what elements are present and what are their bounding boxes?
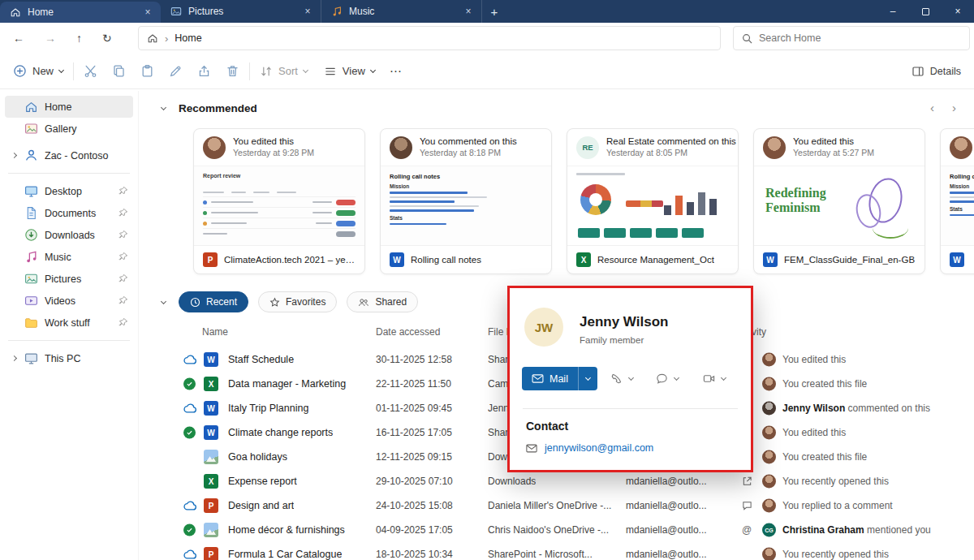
mail-dropdown-button[interactable] xyxy=(578,367,597,390)
excel-file-icon xyxy=(204,377,218,391)
recommended-card[interactable]: You edited this Yesterday at 5:27 PM Red… xyxy=(753,128,925,274)
word-file-icon xyxy=(763,252,778,267)
file-name[interactable]: Goa holidays xyxy=(228,451,287,463)
sort-button[interactable]: Sort xyxy=(260,65,308,78)
more-options-button[interactable]: ⋯ xyxy=(390,64,403,79)
sidebar-item-this-pc[interactable]: This PC xyxy=(5,347,133,369)
file-name[interactable]: Italy Trip Planning xyxy=(228,403,308,414)
mention-at-icon: @ xyxy=(742,524,752,536)
filter-recent[interactable]: Recent xyxy=(179,291,248,312)
tab-pictures[interactable]: Pictures × xyxy=(161,0,321,23)
sidebar-item-zac-contoso[interactable]: Zac - Contoso xyxy=(5,144,133,166)
file-name[interactable]: Design and art xyxy=(228,500,294,511)
sidebar-item-home[interactable]: Home xyxy=(5,96,133,118)
delete-button[interactable] xyxy=(226,64,239,78)
videos-icon xyxy=(24,294,38,308)
rename-button[interactable] xyxy=(169,64,183,78)
recommended-collapse-chevron[interactable] xyxy=(162,107,166,110)
recommended-cards: You edited this Yesterday at 9:28 PM Rep… xyxy=(193,128,974,274)
maximize-button[interactable] xyxy=(909,0,942,23)
carousel-right-button[interactable]: › xyxy=(952,101,956,114)
activity-avatar xyxy=(762,499,776,513)
card-filename: Resource Management_Oct xyxy=(597,255,714,265)
mail-button[interactable]: Mail xyxy=(522,367,597,390)
sidebar-item-downloads[interactable]: Downloads xyxy=(5,224,133,246)
chevron-right-icon[interactable] xyxy=(10,153,18,157)
powerpoint-file-icon xyxy=(203,252,218,267)
sidebar-item-music[interactable]: Music xyxy=(5,246,133,268)
table-row[interactable]: Home décor & furnishings 04-09-2025 17:0… xyxy=(139,518,974,542)
column-date-accessed[interactable]: Date accessed xyxy=(376,326,440,338)
sidebar-item-pictures[interactable]: Pictures xyxy=(5,268,133,290)
pc-icon xyxy=(24,351,38,365)
table-row[interactable]: Design and art 24-10-2025 15:08 Daniela … xyxy=(139,493,974,518)
back-button[interactable]: ← xyxy=(13,32,24,45)
chevron-right-icon[interactable] xyxy=(10,356,18,360)
cut-button[interactable] xyxy=(84,64,97,78)
call-button[interactable] xyxy=(610,373,633,385)
sidebar-item-work-stuff[interactable]: Work stuff xyxy=(5,312,133,334)
card-activity: You edited this xyxy=(793,136,874,148)
view-button[interactable]: View xyxy=(324,65,375,78)
recommended-card[interactable]: You commented on this Yesterday at 8:18 … xyxy=(380,128,552,274)
excel-file-icon xyxy=(576,252,591,267)
document-preview: Rolling call notes Mission Stats xyxy=(381,166,551,245)
minimize-button[interactable]: – xyxy=(877,0,909,23)
file-name[interactable]: Climate change reports xyxy=(228,427,333,438)
share-button[interactable] xyxy=(197,64,211,78)
file-name[interactable]: Expense report xyxy=(228,476,297,487)
tab-label: Pictures xyxy=(188,6,295,17)
address-bar[interactable]: › Home xyxy=(138,26,721,50)
table-row[interactable]: Formula 1 Car Catalogue 18-10-2025 10:34… xyxy=(139,542,974,560)
close-button[interactable]: × xyxy=(942,0,974,23)
section-collapse-chevron[interactable] xyxy=(162,301,166,304)
tab-close-icon[interactable]: × xyxy=(301,5,314,18)
carousel-left-button[interactable]: ‹ xyxy=(930,101,934,114)
sidebar-item-documents[interactable]: Documents xyxy=(5,202,133,224)
pin-icon xyxy=(118,208,128,218)
recommended-card[interactable]: You edited this Yesterday at 9:28 PM Rep… xyxy=(193,128,365,274)
tab-music[interactable]: Music × xyxy=(321,0,482,23)
filter-shared[interactable]: Shared xyxy=(347,291,418,312)
file-name[interactable]: Home décor & furnishings xyxy=(228,524,345,536)
sidebar-item-gallery[interactable]: Gallery xyxy=(5,118,133,140)
search-input[interactable]: Search Home xyxy=(733,26,970,50)
new-button[interactable]: New xyxy=(13,64,63,78)
cloud-sync-icon xyxy=(183,549,197,560)
table-row[interactable]: Expense report 29-10-2025 07:10 Download… xyxy=(139,469,974,493)
sidebar-item-desktop[interactable]: Desktop xyxy=(5,180,133,202)
search-icon xyxy=(742,33,752,44)
contact-email-link[interactable]: jennywilson@gmail.com xyxy=(545,442,653,454)
shared-email: mdaniella@outlo... xyxy=(626,476,707,487)
image-file-icon xyxy=(204,450,218,464)
date-accessed: 30-11-2025 12:58 xyxy=(376,354,452,365)
filter-favorites[interactable]: Favorites xyxy=(258,291,337,312)
card-time: Yesterday at 8:18 PM xyxy=(420,148,517,159)
column-name[interactable]: Name xyxy=(202,326,228,338)
forward-button[interactable]: → xyxy=(45,32,56,45)
music-icon xyxy=(24,250,38,264)
pie-chart xyxy=(580,184,611,215)
opened-external-icon xyxy=(742,476,752,487)
sidebar-item-videos[interactable]: Videos xyxy=(5,290,133,312)
breadcrumb[interactable]: Home xyxy=(175,32,201,44)
tab-close-icon[interactable]: × xyxy=(141,6,154,19)
recommended-card[interactable]: Rolling call notes Mission Stats xyxy=(940,128,974,274)
chat-button[interactable] xyxy=(656,373,679,385)
file-name[interactable]: Data manager - Marketing xyxy=(228,378,346,390)
refresh-button[interactable]: ↻ xyxy=(102,32,112,45)
recommended-card[interactable]: RE Real Estate commented on this Yesterd… xyxy=(567,128,739,274)
paste-button[interactable] xyxy=(140,64,154,78)
tab-home[interactable]: Home × xyxy=(0,2,161,23)
details-button[interactable]: Details xyxy=(912,65,961,78)
search-placeholder: Search Home xyxy=(759,32,821,44)
file-name[interactable]: Staff Schedule xyxy=(228,354,294,365)
activity-text: You created this file xyxy=(782,451,867,463)
new-tab-button[interactable]: + xyxy=(482,0,506,23)
copy-button[interactable] xyxy=(112,64,126,78)
tab-close-icon[interactable]: × xyxy=(462,5,475,18)
up-button[interactable]: ↑ xyxy=(76,32,82,45)
video-call-button[interactable] xyxy=(703,373,726,385)
file-name[interactable]: Formula 1 Car Catalogue xyxy=(228,549,342,560)
card-time: Yesterday at 8:05 PM xyxy=(606,148,736,159)
